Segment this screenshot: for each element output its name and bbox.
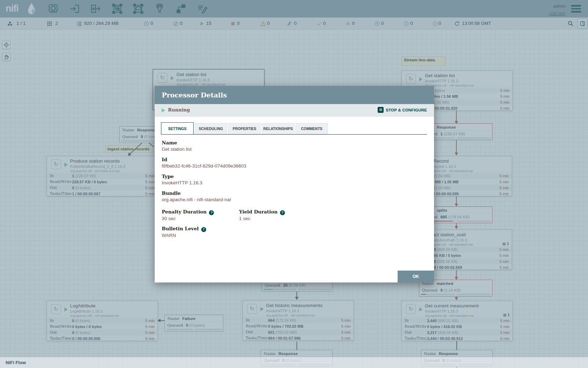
help-icon[interactable]: ? (201, 227, 206, 232)
field-id: Id f8fbeb32-fc46-31cf-829d-074d09e36603 (162, 157, 427, 169)
nifi-app: nifi admin LOG OUT 1 / 12920 / 264.29 MB… (0, 0, 588, 368)
run-status-label: Running (168, 107, 190, 113)
help-icon[interactable]: ? (209, 210, 214, 215)
stop-and-configure-button[interactable]: ⚙ STOP & CONFIGURE (378, 107, 427, 113)
ok-button[interactable]: OK (398, 271, 434, 282)
gear-icon: ⚙ (378, 107, 384, 113)
dialog-tabs: SETTINGSSCHEDULINGPROPERTIESRELATIONSHIP… (161, 122, 329, 134)
field-yield-duration: Yield Duration? 1 sec (239, 209, 285, 222)
dialog-body: SETTINGSSCHEDULINGPROPERTIESRELATIONSHIP… (155, 117, 434, 282)
field-penalty-duration: Penalty Duration? 30 sec (162, 209, 239, 222)
field-bulletin-level: Bulletin Level? WARN (162, 226, 427, 238)
field-type: Type InvokeHTTP 1.16.3 (162, 173, 427, 186)
tab-settings[interactable]: SETTINGS (161, 122, 194, 134)
tab-comments[interactable]: COMMENTS (295, 123, 328, 134)
dialog-title: Processor Details (162, 91, 227, 99)
tab-underline (161, 134, 427, 135)
breadcrumb[interactable]: NiFi Flow (6, 360, 26, 365)
dialog-header: Processor Details (155, 86, 434, 104)
running-icon (162, 108, 165, 113)
dialog-status-bar: Running ⚙ STOP & CONFIGURE (155, 104, 434, 117)
help-icon[interactable]: ? (280, 210, 285, 215)
processor-details-dialog: Processor Details Running ⚙ STOP & CONFI… (155, 86, 434, 282)
field-name: Name Get station list (162, 140, 427, 152)
tab-scheduling[interactable]: SCHEDULING (195, 123, 227, 134)
breadcrumb-bar: NiFi Flow (0, 357, 588, 368)
tab-properties[interactable]: PROPERTIES (228, 123, 261, 134)
tab-relationships[interactable]: RELATIONSHIPS (262, 123, 294, 134)
field-bundle: Bundle org.apache.nifi - nifi-standard-n… (162, 190, 427, 203)
